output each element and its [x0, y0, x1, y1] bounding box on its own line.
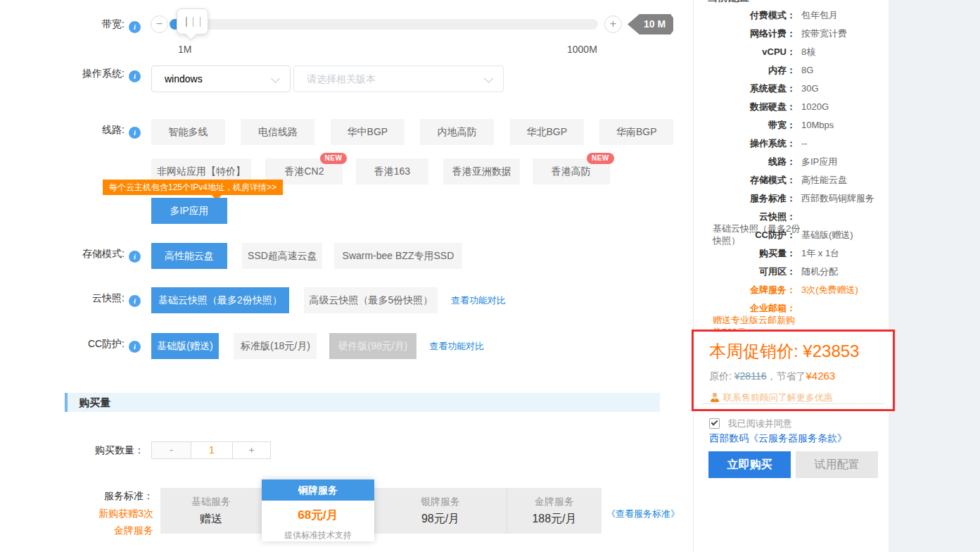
line-option[interactable]: 智能多线: [151, 119, 225, 145]
terms-link[interactable]: 西部数码《云服务器服务条款》: [709, 432, 847, 445]
agreement-checkbox[interactable]: [709, 418, 720, 429]
panel-divider: [693, 0, 694, 552]
service-option-silver[interactable]: 银牌服务 98元/月: [374, 488, 507, 534]
cc-option[interactable]: 标准版(18元/月): [234, 333, 317, 359]
service-option-basic[interactable]: 基础服务 赠送: [160, 488, 262, 534]
original-price-line: 原价: ¥28116，节省了¥4263: [709, 370, 893, 383]
line-option[interactable]: 华中BGP: [331, 119, 405, 145]
line-label-row: 线路:i: [0, 124, 141, 139]
service-option-bronze-selected[interactable]: 铜牌服务 68元/月 提供标准技术支持: [262, 479, 374, 541]
bandwidth-max-label: 1000M: [567, 44, 597, 55]
promo-price-box: 本周促销价: ¥23853 原价: ¥28116，节省了¥4263 联系售前顾问…: [692, 330, 895, 411]
cc-options: 基础版(赠送) 标准版(18元/月) 硬件版(98元/月) 查看功能对比: [151, 333, 484, 359]
service-standard-link[interactable]: 《查看服务标准》: [606, 508, 680, 520]
bandwidth-min-label: 1M: [178, 44, 191, 55]
quantity-stepper: - 1 +: [151, 441, 271, 459]
bandwidth-increase-button[interactable]: +: [604, 15, 622, 33]
chevron-down-icon: [271, 74, 280, 83]
grip-icon: [186, 17, 201, 27]
snapshot-compare-link[interactable]: 查看功能对比: [451, 295, 506, 306]
storage-option[interactable]: Swarm-bee BZZ专用SSD: [334, 243, 462, 269]
bandwidth-label: 带宽:: [102, 18, 125, 30]
os-select[interactable]: windows: [151, 65, 291, 92]
bandwidth-slider-track[interactable]: [170, 19, 598, 30]
cc-compare-link[interactable]: 查看功能对比: [429, 341, 484, 351]
dotted-separator: [702, 403, 884, 404]
service-note-line2: 金牌服务: [0, 525, 153, 537]
cc-label: CC防护:: [88, 338, 125, 349]
line-options-row1: 智能多线 电信线路 华中BGP 内地高防 华北BGP 华南BGP: [151, 119, 673, 145]
summary-row: CC防护：基础版(赠送): [707, 229, 889, 241]
service-label: 服务标准：: [0, 490, 153, 503]
snapshot-label: 云快照:: [92, 292, 125, 303]
new-badge: NEW: [320, 153, 348, 164]
person-icon: [709, 391, 720, 403]
storage-option[interactable]: 高性能云盘: [151, 243, 227, 269]
summary-row: 线路：多IP应用: [707, 156, 889, 168]
check-icon: [711, 419, 718, 426]
bandwidth-label-row: 带宽:i: [0, 18, 141, 33]
os-version-placeholder: 请选择相关版本: [307, 73, 376, 84]
line-option[interactable]: 电信线路: [241, 119, 314, 145]
line-option[interactable]: 香港亚洲数据: [443, 158, 520, 184]
line-option[interactable]: 华北BGP: [510, 119, 584, 145]
summary-row: 存储模式：高性能云盘: [707, 174, 889, 186]
multi-ip-tooltip[interactable]: 每个云主机包含125个IPv4地址，机房详情>>: [103, 180, 283, 195]
summary-row: 付费模式：包年包月: [707, 9, 889, 21]
info-icon[interactable]: i: [129, 21, 141, 33]
quantity-increase-button[interactable]: +: [232, 441, 271, 459]
service-options-bar: 基础服务 赠送 银牌服务 98元/月 金牌服务 188元/月: [160, 488, 602, 534]
new-badge: NEW: [587, 153, 614, 164]
bandwidth-decrease-button[interactable]: −: [151, 15, 168, 33]
os-label: 操作系统:: [82, 68, 125, 79]
bandwidth-value-badge: 10 M: [628, 14, 673, 34]
snapshot-option[interactable]: 基础云快照（最多2份快照）: [151, 287, 289, 313]
summary-row: 操作系统：--: [707, 137, 889, 149]
os-version-select[interactable]: 请选择相关版本: [293, 65, 504, 92]
line-option[interactable]: 华南BGP: [599, 119, 673, 145]
quantity-label: 购买数量：: [0, 444, 144, 457]
buy-now-button[interactable]: 立即购买: [708, 451, 791, 478]
original-price: ¥28116: [734, 370, 767, 382]
summary-row: 内存：8G: [707, 64, 889, 76]
os-selected-value: windows: [165, 73, 203, 84]
os-label-row: 操作系统:i: [0, 68, 141, 82]
trial-config-button[interactable]: 试用配置: [796, 451, 878, 478]
line-option[interactable]: 香港163: [356, 158, 428, 184]
chevron-down-icon: [484, 74, 493, 83]
summary-row: 购买量：1年 x 1台: [707, 247, 889, 259]
summary-row: 可用区：随机分配: [707, 265, 889, 277]
summary-row: 带宽：10Mbps: [707, 119, 889, 131]
info-icon[interactable]: i: [129, 295, 141, 307]
line-label: 线路:: [102, 124, 125, 135]
storage-option[interactable]: SSD超高速云盘: [242, 243, 322, 269]
quantity-decrease-button[interactable]: -: [151, 441, 191, 459]
service-option-gold[interactable]: 金牌服务 188元/月: [507, 488, 602, 534]
contact-presales-link[interactable]: 联系售前顾问了解更多优惠: [709, 391, 893, 404]
purchase-section-header: 购买量: [65, 393, 660, 412]
page-background-strip: [889, 0, 980, 552]
info-icon[interactable]: i: [129, 251, 141, 263]
summary-row: 金牌服务：3次(免费赠送): [707, 284, 889, 296]
storage-options: 高性能云盘 SSD超高速云盘 Swarm-bee BZZ专用SSD: [151, 243, 462, 269]
info-icon[interactable]: i: [129, 127, 141, 139]
savings-amount: ¥4263: [806, 370, 835, 382]
snapshot-label-row: 云快照:i: [0, 292, 141, 307]
quantity-value[interactable]: 1: [191, 441, 232, 459]
cloud-server-config-page: 带宽:i − + 10 M 1M 1000M 操作系统:i windows 请选…: [0, 0, 980, 552]
promo-price: 本周促销价: ¥23853: [709, 340, 893, 363]
line-option[interactable]: 内地高防: [420, 119, 494, 145]
cc-option[interactable]: 硬件版(98元/月): [329, 333, 416, 359]
summary-row: 数据硬盘：1020G: [707, 101, 889, 113]
storage-label-row: 存储模式:i: [0, 248, 141, 263]
info-icon[interactable]: i: [129, 70, 141, 82]
line-option-selected[interactable]: 多IP应用: [151, 198, 227, 224]
summary-row: vCPU：8核: [707, 46, 889, 58]
cc-option[interactable]: 基础版(赠送): [151, 333, 219, 359]
agreement-text: 我已阅读并同意: [728, 418, 792, 429]
info-icon[interactable]: i: [129, 341, 141, 353]
line-option[interactable]: 香港高防 NEW: [533, 158, 610, 184]
snapshot-option[interactable]: 高级云快照（最多5份快照）: [304, 287, 438, 313]
agreement-row: 我已阅读并同意: [709, 418, 792, 430]
snapshot-options: 基础云快照（最多2份快照） 高级云快照（最多5份快照） 查看功能对比: [151, 287, 506, 313]
